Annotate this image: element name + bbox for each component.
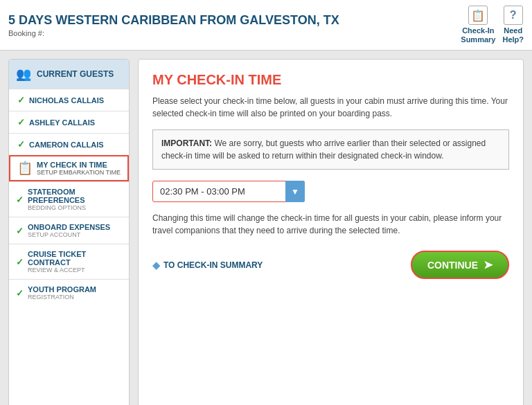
check-icon-cruise: ✓ [16,257,24,267]
nav-label-onboard: ONBOARD EXPENSES [28,223,110,231]
check-icon-ashley: ✓ [17,117,25,127]
guest-item-cameron[interactable]: ✓ CAMERON CALLAIS [9,133,129,155]
check-in-summary-button[interactable]: 📋 Check-InSummary [461,6,495,44]
nav-label-youth: YOUTH PROGRAM [28,285,96,294]
important-prefix: IMPORTANT: [161,138,212,148]
check-icon-cameron: ✓ [17,139,25,150]
booking-number: Booking #: [8,29,339,37]
header-title-area: 5 DAYS WESTERN CARIBBEAN FROM GALVESTON,… [8,13,339,37]
guest-item-nicholas[interactable]: ✓ NICHOLAS CALLAIS [9,89,129,111]
nav-sub-onboard: SETUP ACCOUNT [28,231,110,238]
nav-sub-check-in-time: SETUP EMBARKATION TIME [37,169,121,176]
nav-item-check-in-time[interactable]: 📋 MY CHECK IN TIME SETUP EMBARKATION TIM… [9,155,129,181]
change-notice: Changing this time will change the check… [152,212,509,237]
back-label: TO CHECK-IN SUMMARY [163,260,263,270]
checkin-summary-icon: 📋 [468,6,488,25]
check-icon-nicholas: ✓ [17,95,25,105]
content-description: Please select your check-in time below, … [152,95,509,120]
guest-item-ashley[interactable]: ✓ ASHLEY CALLAIS [9,111,129,133]
sidebar: 👥 CURRENT GUESTS ✓ NICHOLAS CALLAIS ✓ AS… [8,59,130,405]
current-guests-section: 👥 CURRENT GUESTS [9,60,129,89]
header-actions: 📋 Check-InSummary ? NeedHelp? [461,6,524,44]
content-footer: ◆ TO CHECK-IN SUMMARY CONTINUE ➤ [152,251,509,279]
need-help-button[interactable]: ? NeedHelp? [502,6,524,44]
nav-sub-youth: REGISTRATION [28,294,96,300]
nav-sub-stateroom: BEDDING OPTIONS [28,204,122,211]
continue-label: CONTINUE [427,260,478,271]
nav-item-youth-program[interactable]: ✓ YOUTH PROGRAM REGISTRATION [9,279,129,306]
nav-item-check-in-content: MY CHECK IN TIME SETUP EMBARKATION TIME [37,161,121,176]
guest-name-ashley: ASHLEY CALLAIS [29,118,95,127]
back-to-summary-link[interactable]: ◆ TO CHECK-IN SUMMARY [152,260,263,271]
check-in-summary-label: Check-InSummary [461,26,495,44]
check-icon-onboard: ✓ [16,226,24,236]
nav-label-stateroom: STATEROOM PREFERENCES [28,188,122,204]
continue-button[interactable]: CONTINUE ➤ [411,251,509,279]
check-icon-youth: ✓ [16,288,24,298]
nav-item-stateroom[interactable]: ✓ STATEROOM PREFERENCES BEDDING OPTIONS [9,181,129,217]
time-select[interactable]: 02:30 PM - 03:00 PM 03:00 PM - 03:30 PM … [152,181,305,202]
nav-sub-cruise: REVIEW & ACCEPT [28,267,122,273]
guest-name-nicholas: NICHOLAS CALLAIS [29,96,104,105]
time-select-wrapper[interactable]: 02:30 PM - 03:00 PM 03:00 PM - 03:30 PM … [152,181,305,202]
nav-item-cruise-content: CRUISE TICKET CONTRACT REVIEW & ACCEPT [28,250,122,273]
need-help-label: NeedHelp? [502,26,524,44]
need-help-icon: ? [504,6,523,25]
continue-arrow-icon: ➤ [484,258,493,271]
nav-item-cruise-ticket[interactable]: ✓ CRUISE TICKET CONTRACT REVIEW & ACCEPT [9,244,129,279]
nav-label-cruise: CRUISE TICKET CONTRACT [28,250,122,267]
guest-name-cameron: CAMERON CALLAIS [29,141,104,149]
back-diamond-icon: ◆ [152,260,160,271]
main-container: 👥 CURRENT GUESTS ✓ NICHOLAS CALLAIS ✓ AS… [0,51,532,405]
nav-item-youth-content: YOUTH PROGRAM REGISTRATION [28,285,96,300]
page-title: 5 DAYS WESTERN CARIBBEAN FROM GALVESTON,… [8,13,339,28]
nav-label-check-in-time: MY CHECK IN TIME [37,161,121,169]
nav-item-onboard-content: ONBOARD EXPENSES SETUP ACCOUNT [28,223,110,238]
important-notice: IMPORTANT: We are sorry, but guests who … [152,129,509,170]
clock-icon: 📋 [17,161,33,176]
current-guests-label: CURRENT GUESTS [37,69,114,79]
nav-item-onboard-expenses[interactable]: ✓ ONBOARD EXPENSES SETUP ACCOUNT [9,217,129,244]
main-content: MY CHECK-IN TIME Please select your chec… [138,59,524,405]
check-icon-stateroom: ✓ [16,195,24,205]
guests-icon: 👥 [16,66,31,82]
page-header: 5 DAYS WESTERN CARIBBEAN FROM GALVESTON,… [0,0,532,51]
content-title: MY CHECK-IN TIME [152,72,509,88]
nav-item-stateroom-content: STATEROOM PREFERENCES BEDDING OPTIONS [28,188,122,211]
